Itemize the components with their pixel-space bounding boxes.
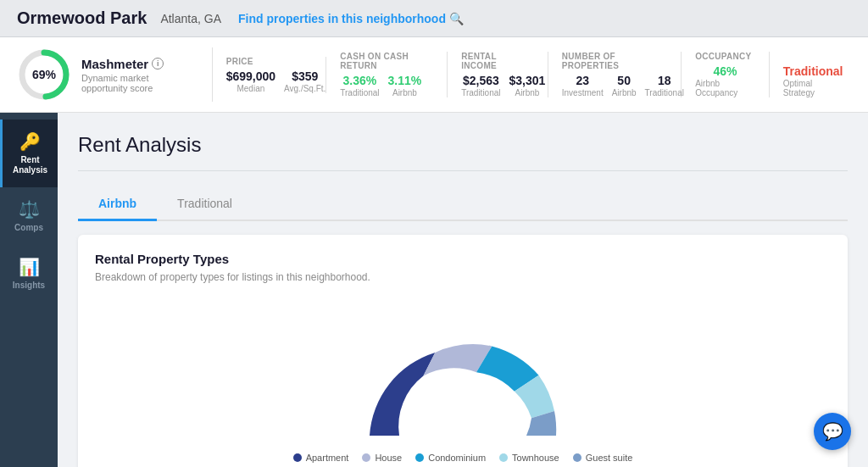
townhouse-label: Townhouse <box>512 453 559 463</box>
num-properties-group: NUMBER OF PROPERTIES 23 Investment 50 Ai… <box>548 52 682 97</box>
townhouse-dot <box>499 453 508 462</box>
page-title: Rent Analysis <box>78 133 848 171</box>
guest-suite-label: Guest suite <box>586 453 633 463</box>
cash-return-group: CASH ON CASH RETURN 3.36% Traditional 3.… <box>326 52 448 97</box>
mashmeter-section: 69% Mashmeter i Dynamic market opportuni… <box>17 47 213 102</box>
sidebar-insights-label: Insights <box>13 281 45 291</box>
mashmeter-info: Mashmeter i Dynamic market opportunity s… <box>81 57 195 93</box>
neighborhood-name: Ormewood Park <box>17 8 147 28</box>
guest-suite-dot <box>573 453 581 462</box>
legend-guest-suite: Guest suite <box>573 453 633 463</box>
search-icon: 🔍 <box>449 12 464 25</box>
sidebar: 🔑 RentAnalysis ⚖️ Comps 📊 Insights <box>0 113 58 467</box>
sidebar-item-rent-analysis[interactable]: 🔑 RentAnalysis <box>0 120 58 187</box>
cash-return-airbnb: 3.11% Airbnb <box>388 74 422 97</box>
tab-traditional[interactable]: Traditional <box>157 188 253 221</box>
price-group: PRICE $699,000 Median $359 Avg./Sq.Ft. <box>213 57 327 93</box>
condominium-label: Condominium <box>428 453 486 463</box>
key-icon: 🔑 <box>19 131 41 152</box>
info-icon[interactable]: i <box>152 58 164 69</box>
price-title: PRICE <box>226 57 313 66</box>
num-properties-title: NUMBER OF PROPERTIES <box>562 52 667 70</box>
top-bar: Ormewood Park Atlanta, GA Find propertie… <box>0 0 868 37</box>
donut-chart-container: Apartment House Condominium Townhouse <box>95 300 831 463</box>
legend-townhouse: Townhouse <box>499 453 559 463</box>
price-median: $699,000 Median <box>226 69 275 93</box>
legend-apartment: Apartment <box>293 453 349 463</box>
cash-return-airbnb-value: 3.11% <box>388 74 422 87</box>
price-sqft-label: Avg./Sq.Ft. <box>284 84 326 93</box>
sidebar-comps-label: Comps <box>14 223 43 233</box>
property-types-chart <box>327 300 598 444</box>
optimal-group: Traditional Optimal Strategy <box>770 52 851 97</box>
rental-property-types-card: Rental Property Types Breakdown of prope… <box>78 235 848 467</box>
mashmeter-subtitle: Dynamic market opportunity score <box>81 73 195 93</box>
cash-return-title: CASH ON CASH RETURN <box>340 52 433 70</box>
cash-return-traditional: 3.36% Traditional <box>340 74 379 97</box>
sidebar-item-comps[interactable]: ⚖️ Comps <box>0 187 58 245</box>
occupancy-title: Occupancy <box>695 52 755 61</box>
card-title: Rental Property Types <box>95 252 831 266</box>
tabs-container: Airbnb Traditional <box>78 188 848 221</box>
mashmeter-score: 69% <box>32 68 56 81</box>
condominium-dot <box>415 453 424 462</box>
house-dot <box>362 453 370 462</box>
legend-condominium: Condominium <box>415 453 486 463</box>
apartment-label: Apartment <box>306 453 349 463</box>
price-sqft: $359 Avg./Sq.Ft. <box>284 69 326 93</box>
scale-icon: ⚖️ <box>19 199 40 220</box>
rental-income-title: RENTAL INCOME <box>461 52 534 70</box>
mashmeter-donut: 69% <box>17 47 71 102</box>
house-label: House <box>375 453 402 463</box>
sidebar-rent-label: RentAnalysis <box>13 155 47 175</box>
cash-return-traditional-value: 3.36% <box>343 74 377 87</box>
card-subtitle: Breakdown of property types for listings… <box>95 271 831 283</box>
price-sqft-value: $359 <box>292 69 318 83</box>
content-area: Rent Analysis Airbnb Traditional Rental … <box>58 113 868 467</box>
price-median-label: Median <box>236 84 264 93</box>
sidebar-item-insights[interactable]: 📊 Insights <box>0 245 58 303</box>
main-layout: 🔑 RentAnalysis ⚖️ Comps 📊 Insights Rent … <box>0 113 868 467</box>
legend-house: House <box>362 453 402 463</box>
chat-button[interactable]: 💬 <box>814 413 851 450</box>
chat-icon: 💬 <box>822 421 843 442</box>
rental-income-group: RENTAL INCOME $2,563 Traditional $3,301 … <box>448 52 548 97</box>
chart-legend: Apartment House Condominium Townhouse <box>293 453 633 463</box>
price-median-value: $699,000 <box>226 69 275 83</box>
chart-icon: 📊 <box>19 257 40 277</box>
svg-rect-3 <box>353 436 573 444</box>
apartment-dot <box>293 453 302 462</box>
occupancy-group: Occupancy 46% Airbnb Occupancy <box>682 52 770 97</box>
metrics-bar: 69% Mashmeter i Dynamic market opportuni… <box>0 37 868 113</box>
neighborhood-location: Atlanta, GA <box>160 12 221 25</box>
mashmeter-title: Mashmeter <box>81 57 148 71</box>
find-properties-link[interactable]: Find properties in this neighborhood 🔍 <box>238 12 464 25</box>
tab-airbnb[interactable]: Airbnb <box>78 188 157 221</box>
